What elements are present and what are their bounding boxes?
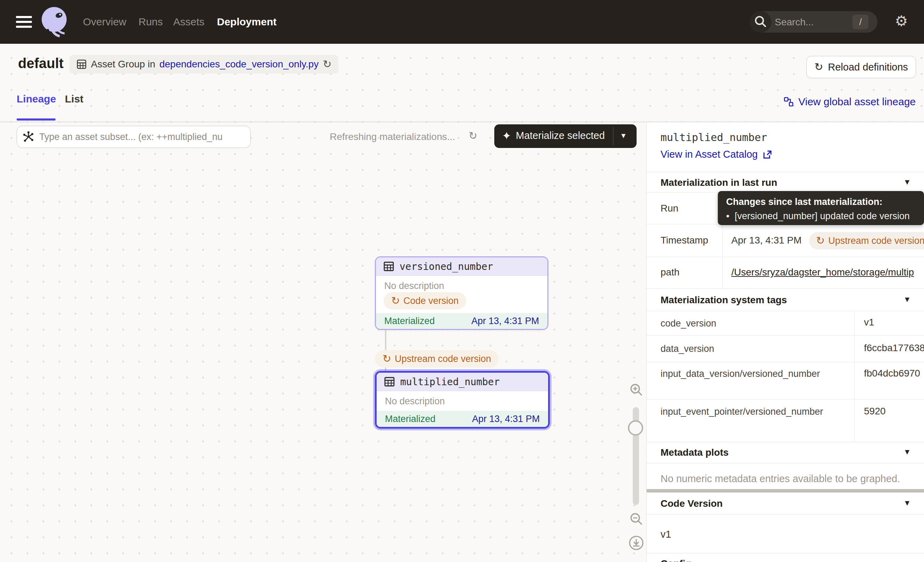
tag-value: fb04dcb6970 <box>864 368 920 379</box>
asset-node-header: multiplied_number <box>376 373 548 391</box>
view-global-lineage-link[interactable]: View global asset lineage <box>784 96 916 108</box>
section-config[interactable]: Config <box>646 553 924 562</box>
table-icon <box>384 261 394 272</box>
zoom-slider-handle[interactable] <box>628 420 643 436</box>
global-lineage-icon <box>784 97 794 107</box>
active-tab-underline <box>16 119 56 120</box>
asset-node-footer: Materialized Apr 13, 4:31 PM <box>376 411 548 427</box>
chevron-down-icon: ▾ <box>905 294 909 305</box>
tag-row: code_version v1 <box>646 311 924 335</box>
asset-name: multiplied_number <box>400 376 500 388</box>
materialized-time[interactable]: Apr 13, 4:31 PM <box>472 414 540 424</box>
code-version-icon: ↻ <box>816 236 825 246</box>
tag-value: f6ccba177638 <box>864 343 924 353</box>
tag-row: input_event_pointer/versioned_number 592… <box>646 399 924 442</box>
top-nav: Overview Runs Assets Deployment / ⚙ <box>0 0 924 44</box>
zoom-out-icon[interactable] <box>628 511 644 527</box>
changes-tooltip: Changes since last materialization: • [v… <box>718 191 924 225</box>
timestamp-value[interactable]: Apr 13, 4:31 PM <box>731 235 801 246</box>
code-version-value: v1 <box>660 529 671 540</box>
chevron-down-icon: ▾ <box>905 497 909 508</box>
section-system-tags[interactable]: Materialization system tags ▾ <box>646 288 924 311</box>
asset-subset-icon <box>22 131 34 143</box>
refreshing-icon[interactable]: ↻ <box>469 131 477 141</box>
section-materialization-last-run[interactable]: Materialization in last run ▾ <box>646 172 924 192</box>
app-screen: Overview Runs Assets Deployment / ⚙ defa… <box>0 0 924 562</box>
asset-subset-input[interactable] <box>39 131 245 143</box>
metadata-empty-message: No numeric metadata entries available to… <box>660 473 900 485</box>
tab-lineage[interactable]: Lineage <box>16 93 56 105</box>
upstream-code-version-chip: ↻ Upstream code version <box>375 350 499 368</box>
code-version-chip: ↻ Code version <box>384 292 466 310</box>
asset-detail-panel: multiplied_number View in Asset Catalog … <box>646 122 924 562</box>
page-title: default <box>18 56 63 71</box>
section-code-version[interactable]: Code Version ▾ <box>646 493 924 514</box>
gear-icon[interactable]: ⚙ <box>895 14 908 29</box>
table-icon <box>384 377 394 387</box>
row-path-label: path <box>660 267 680 278</box>
reload-icon: ↻ <box>814 62 823 72</box>
refreshing-status: Refreshing materializations... ↻ <box>330 131 455 143</box>
asset-group-icon <box>76 59 87 69</box>
tag-key: data_version <box>660 341 844 356</box>
asset-group-prefix: Asset Group in <box>91 59 155 70</box>
upstream-code-version-badge: ↻ Upstream code version <box>809 232 924 249</box>
row-path: path /Users/sryza/dagster_home/storage/m… <box>646 257 924 289</box>
tag-key: input_data_version/versioned_number <box>660 367 844 381</box>
tag-key: code_version <box>660 316 844 331</box>
button-divider <box>613 127 614 145</box>
nav-item-assets[interactable]: Assets <box>173 0 204 44</box>
asset-node-multiplied-number[interactable]: multiplied_number No description Materia… <box>375 371 550 428</box>
tag-row: input_data_version/versioned_number fb04… <box>646 362 924 400</box>
global-search[interactable]: / <box>750 11 878 33</box>
row-timestamp: Timestamp Apr 13, 4:31 PM ↻ Upstream cod… <box>646 224 924 257</box>
search-icon <box>750 11 771 33</box>
chevron-down-icon: ▾ <box>905 446 909 457</box>
zoom-in-icon[interactable] <box>628 382 644 398</box>
chip-refresh-icon[interactable]: ↻ <box>323 59 332 69</box>
asset-name: versioned_number <box>399 261 493 272</box>
panel-resize-handle[interactable] <box>646 489 924 493</box>
materialized-status: Materialized <box>385 414 436 424</box>
tab-list[interactable]: List <box>65 93 83 105</box>
section-metadata-plots[interactable]: Metadata plots ▾ <box>646 442 924 463</box>
row-timestamp-label: Timestamp <box>660 235 708 246</box>
nav-item-deployment[interactable]: Deployment <box>217 0 277 44</box>
reload-definitions-button[interactable]: ↻ Reload definitions <box>806 56 916 78</box>
tag-value: 5920 <box>864 406 885 417</box>
sparkle-icon: ✦ <box>502 129 511 143</box>
tooltip-title: Changes since last materialization: <box>726 197 916 207</box>
asset-node-versioned-number[interactable]: versioned_number No description ↻ Code v… <box>375 256 548 330</box>
dagster-logo-icon[interactable] <box>40 6 70 39</box>
materialized-status: Materialized <box>384 316 435 326</box>
download-image-icon[interactable] <box>628 535 644 551</box>
asset-description: No description <box>376 391 548 407</box>
tooltip-item: • [versioned_number] updated code versio… <box>726 211 916 222</box>
external-link-icon <box>763 150 772 159</box>
search-shortcut-badge: / <box>852 15 868 29</box>
code-version-icon: ↻ <box>382 353 391 364</box>
materialize-selected-button[interactable]: ✦ Materialize selected ▾ <box>494 124 637 148</box>
asset-group-file-link[interactable]: dependencies_code_version_only.py <box>159 59 319 70</box>
code-version-icon: ↻ <box>391 296 400 306</box>
chevron-down-icon: ▾ <box>905 176 909 187</box>
materialize-dropdown-caret[interactable]: ▾ <box>621 131 626 140</box>
materialized-time[interactable]: Apr 13, 4:31 PM <box>471 316 539 326</box>
nav-item-runs[interactable]: Runs <box>138 0 163 44</box>
hamburger-menu-icon[interactable] <box>16 16 32 28</box>
asset-group-chip: Asset Group in dependencies_code_version… <box>69 55 338 74</box>
asset-node-header: versioned_number <box>376 257 548 276</box>
tag-row: data_version f6ccba177638 <box>646 335 924 362</box>
path-value-link[interactable]: /Users/sryza/dagster_home/storage/multip <box>731 267 914 278</box>
asset-node-footer: Materialized Apr 13, 4:31 PM <box>376 313 548 329</box>
asset-subset-filter[interactable] <box>16 126 250 148</box>
row-run-label: Run <box>660 203 678 214</box>
search-input[interactable] <box>774 13 848 31</box>
panel-asset-name: multiplied_number <box>660 131 767 143</box>
nav-item-overview[interactable]: Overview <box>83 0 126 44</box>
tag-value: v1 <box>864 317 874 328</box>
view-in-asset-catalog-link[interactable]: View in Asset Catalog <box>660 149 772 160</box>
tag-key: input_event_pointer/versioned_number <box>660 404 844 419</box>
asset-description: No description <box>376 276 548 292</box>
